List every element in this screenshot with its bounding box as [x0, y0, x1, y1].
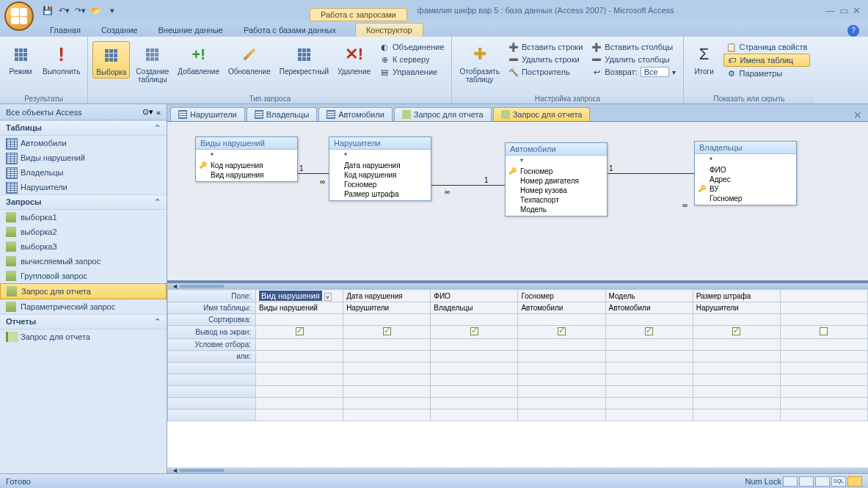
nav-item[interactable]: Запрос для отчета	[0, 329, 167, 344]
select-query-button[interactable]: Выборка	[92, 41, 130, 79]
qbe-cell[interactable]: Виды нарушений	[256, 302, 343, 314]
qbe-cell[interactable]	[518, 339, 605, 351]
document-tab[interactable]: Запрос для отчета	[493, 107, 591, 121]
insert-rows-button[interactable]: ➕Вставить строки	[506, 41, 586, 53]
nav-item[interactable]: Автомобили	[0, 136, 167, 150]
view-sql-icon[interactable]: SQL	[831, 476, 846, 487]
run-button[interactable]: ! Выполнить	[40, 41, 83, 77]
insert-cols-button[interactable]: ➕Вставить столбцы	[588, 41, 678, 53]
tab-home[interactable]: Главная	[40, 23, 91, 37]
table-box[interactable]: Автомобили*ГосномерНомер двигателяНомер …	[505, 142, 608, 216]
qbe-cell[interactable]	[780, 290, 867, 302]
qbe-cell[interactable]	[343, 314, 431, 326]
nav-item[interactable]: Групповой запрос	[0, 269, 167, 283]
qbe-scrollbar[interactable]: ◄	[167, 467, 868, 473]
horizontal-splitter[interactable]: ◄	[167, 283, 868, 289]
close-button[interactable]: ✕	[853, 5, 861, 16]
qbe-cell[interactable]	[431, 326, 518, 339]
qbe-cell[interactable]: Автомобили	[518, 302, 605, 314]
document-tab[interactable]: Нарушители	[170, 107, 245, 121]
nav-item[interactable]: Параметрический запрос	[0, 299, 167, 314]
document-tab[interactable]: Автомобили	[318, 107, 393, 121]
document-tab[interactable]: Владельцы	[247, 107, 317, 121]
qbe-cell[interactable]	[431, 339, 518, 351]
open-icon[interactable]: 📂	[90, 4, 103, 17]
qbe-cell[interactable]	[605, 314, 693, 326]
qbe-cell[interactable]: Автомобили	[605, 302, 693, 314]
crosstab-button[interactable]: Перекрестный	[277, 41, 332, 77]
close-document-icon[interactable]: ✕	[847, 109, 868, 121]
nav-header[interactable]: Все объекты Access⊙▾«	[0, 104, 167, 120]
qbe-cell[interactable]	[256, 351, 343, 363]
qbe-cell[interactable]	[693, 326, 780, 339]
qbe-cell[interactable]: Размер штрафа	[693, 290, 780, 302]
qbe-cell[interactable]: ФИО	[431, 290, 518, 302]
table-names-button[interactable]: 🏷Имена таблиц	[723, 54, 811, 67]
table-box[interactable]: Нарушители*Дата нарушенияКод нарушенияГо…	[329, 136, 431, 201]
nav-collapse-icon[interactable]: «	[156, 108, 161, 117]
qbe-cell[interactable]	[693, 351, 780, 363]
builder-button[interactable]: 🔨Построитель	[506, 66, 586, 78]
view-pivot-icon[interactable]	[799, 476, 814, 487]
nav-item[interactable]: выборка1	[0, 210, 167, 225]
qbe-cell[interactable]: Дата нарушения	[343, 290, 431, 302]
table-box[interactable]: Владельцы*ФИОАдресВУГосномер	[694, 141, 797, 205]
qbe-cell[interactable]: Нарушители	[343, 302, 431, 314]
qbe-cell[interactable]: Нарушители	[693, 302, 780, 314]
tab-dbtools[interactable]: Работа с базами данных	[233, 23, 346, 37]
tab-external[interactable]: Внешние данные	[148, 23, 233, 37]
tab-create[interactable]: Создание	[91, 23, 148, 37]
tab-design[interactable]: Конструктор	[355, 23, 423, 37]
qbe-cell[interactable]	[431, 351, 518, 363]
parameters-button[interactable]: ⚙Параметры	[723, 68, 811, 79]
qbe-cell[interactable]: Модель	[605, 290, 693, 302]
qbe-cell[interactable]	[605, 326, 693, 339]
minimize-button[interactable]: —	[825, 5, 835, 16]
show-table-button[interactable]: ✚ Отобразить таблицу	[456, 41, 503, 85]
delete-rows-button[interactable]: ➖Удалить строки	[506, 54, 586, 65]
return-dropdown[interactable]: ↩Возврат: Все▾	[588, 66, 678, 78]
qbe-cell[interactable]	[780, 326, 867, 339]
nav-group-queries[interactable]: Запросы⌃	[0, 194, 167, 210]
table-box[interactable]: Виды нарушений*Код нарушенияВид нарушени…	[195, 136, 298, 182]
delete-button[interactable]: ✕! Удаление	[335, 41, 373, 77]
qbe-cell[interactable]	[343, 339, 431, 351]
qbe-cell[interactable]	[518, 326, 605, 339]
qbe-cell[interactable]	[780, 314, 867, 326]
qbe-cell[interactable]	[605, 351, 693, 363]
qbe-cell[interactable]	[605, 339, 693, 351]
qbe-cell[interactable]	[256, 339, 343, 351]
qbe-grid[interactable]: Поле:Вид нарушения vДата нарушенияФИОГос…	[167, 289, 868, 467]
view-datasheet-icon[interactable]	[783, 476, 798, 487]
nav-dropdown-icon[interactable]: ⊙▾	[142, 107, 153, 117]
maketable-button[interactable]: Создание таблицы	[133, 41, 172, 85]
nav-item[interactable]: Владельцы	[0, 165, 167, 180]
qbe-cell[interactable]	[518, 314, 605, 326]
qbe-cell[interactable]	[256, 326, 343, 339]
nav-group-reports[interactable]: Отчеты⌃	[0, 314, 167, 329]
nav-item[interactable]: вычисляемый запрос	[0, 254, 167, 269]
redo-icon[interactable]: ↷▾	[73, 4, 87, 17]
qbe-cell[interactable]: Госномер	[518, 290, 605, 302]
nav-item[interactable]: Запрос для отчета	[0, 283, 167, 299]
union-button[interactable]: ◐Объединение	[376, 41, 447, 53]
property-sheet-button[interactable]: 📋Страница свойств	[723, 41, 811, 53]
document-tab[interactable]: Запрос для отчета	[394, 107, 492, 121]
qbe-cell[interactable]	[343, 351, 431, 363]
qbe-cell[interactable]: Вид нарушения v	[256, 290, 343, 302]
append-button[interactable]: +! Добавление	[175, 41, 222, 77]
qbe-cell[interactable]	[780, 351, 867, 363]
update-button[interactable]: Обновление	[225, 41, 274, 77]
help-icon[interactable]: ?	[847, 25, 859, 37]
totals-button[interactable]: Σ Итоги	[688, 41, 721, 77]
qbe-cell[interactable]	[693, 339, 780, 351]
qat-customize-icon[interactable]: ▾	[106, 4, 119, 17]
qbe-cell[interactable]	[343, 326, 431, 339]
view-design-icon[interactable]	[847, 476, 862, 487]
view-button[interactable]: Режим	[4, 41, 37, 77]
view-chart-icon[interactable]	[815, 476, 830, 487]
ddl-button[interactable]: ▤Управление	[376, 66, 447, 78]
qbe-cell[interactable]	[780, 302, 867, 314]
diagram-pane[interactable]: 1∞ 1∞ 1∞ Виды нарушений*Код нарушенияВид…	[167, 122, 868, 283]
restore-button[interactable]: ▭	[839, 5, 848, 16]
